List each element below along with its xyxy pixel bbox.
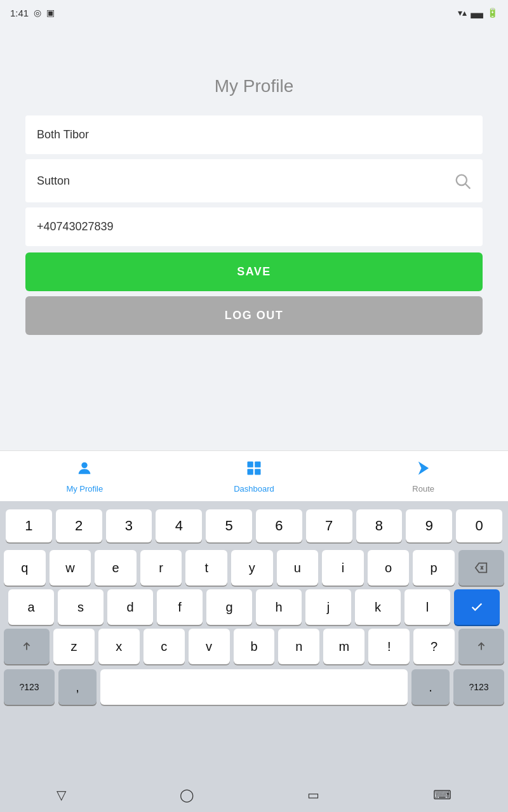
search-icon [453,172,471,190]
android-recents-button[interactable]: ▭ [302,782,324,808]
key-x[interactable]: x [98,629,140,664]
key-y[interactable]: y [231,550,273,586]
android-nav-bar: ▽ ◯ ▭ ⌨ [0,777,508,812]
route-icon [415,459,432,481]
sym-left-key[interactable]: ?123 [4,669,55,705]
svg-rect-3 [247,461,253,467]
key-i[interactable]: i [322,550,364,586]
sym-right-key[interactable]: ?123 [453,669,504,705]
key-exclamation[interactable]: ! [368,629,410,664]
status-bar-right: ▾▴ ▄▄ 🔋 [458,8,498,18]
key-c[interactable]: c [144,629,185,664]
keyboard: 1 2 3 4 5 6 7 8 9 0 q w e r t y u i o p … [0,501,508,812]
signal-icon: ▄▄ [471,8,483,18]
keyboard-number-row: 1 2 3 4 5 6 7 8 9 0 [0,501,508,548]
key-5[interactable]: 5 [206,509,252,542]
svg-marker-7 [418,461,428,475]
key-1[interactable]: 1 [6,509,52,542]
key-7[interactable]: 7 [306,509,352,542]
profile-icon [76,459,93,481]
android-back-button[interactable]: ▽ [51,782,71,808]
period-key[interactable]: . [411,669,450,705]
nav-item-route[interactable]: Route [340,459,507,494]
bottom-nav: My Profile Dashboard Route [0,450,508,501]
location-field-container[interactable] [25,159,483,202]
key-question[interactable]: ? [413,629,455,664]
dashboard-icon [245,459,263,481]
key-q[interactable]: q [4,550,46,586]
space-key[interactable] [100,669,408,705]
status-bar-left: 1:41 ◎ ▣ [10,8,55,18]
enter-key[interactable] [454,589,500,625]
key-z[interactable]: z [53,629,95,664]
key-l[interactable]: l [404,589,450,625]
key-s[interactable]: s [58,589,104,625]
key-v[interactable]: v [189,629,230,664]
name-input[interactable] [37,128,471,141]
nav-item-dashboard[interactable]: Dashboard [170,459,338,494]
nav-item-profile[interactable]: My Profile [1,459,168,494]
key-g[interactable]: g [206,589,252,625]
key-m[interactable]: m [323,629,364,664]
shift-right-key[interactable] [458,629,504,664]
status-icon-location: ◎ [34,8,41,18]
key-4[interactable]: 4 [156,509,202,542]
svg-point-2 [82,462,88,468]
key-8[interactable]: 8 [356,509,403,542]
svg-rect-5 [247,469,253,475]
key-t[interactable]: t [185,550,227,586]
key-n[interactable]: n [278,629,319,664]
key-j[interactable]: j [305,589,351,625]
svg-line-1 [465,184,469,188]
key-p[interactable]: p [413,550,455,586]
key-e[interactable]: e [95,550,137,586]
profile-content: My Profile SAVE LOG OUT [0,25,508,348]
key-b[interactable]: b [234,629,275,664]
android-home-button[interactable]: ◯ [175,782,199,808]
svg-rect-4 [255,461,260,467]
android-keyboard-button[interactable]: ⌨ [428,782,457,808]
nav-label-profile: My Profile [66,484,103,494]
key-r[interactable]: r [140,550,182,586]
key-d[interactable]: d [107,589,153,625]
status-time: 1:41 [10,8,29,18]
status-icon-battery-overlay: ▣ [46,8,55,18]
keyboard-row-2: a s d f g h j k l [0,587,508,627]
phone-field-container [25,207,483,246]
page-title: My Profile [25,76,483,96]
key-a[interactable]: a [8,589,54,625]
keyboard-row-3: z x c v b n m ! ? [0,627,508,666]
key-k[interactable]: k [355,589,401,625]
nav-label-route: Route [412,484,434,494]
key-o[interactable]: o [368,550,410,586]
key-6[interactable]: 6 [256,509,302,542]
svg-rect-6 [255,469,260,475]
nav-label-dashboard: Dashboard [234,484,274,494]
name-field-container [25,115,483,154]
status-bar: 1:41 ◎ ▣ ▾▴ ▄▄ 🔋 [0,0,508,25]
key-0[interactable]: 0 [456,509,502,542]
backspace-key[interactable] [458,550,504,586]
logout-button[interactable]: LOG OUT [25,296,483,335]
search-button[interactable] [453,172,471,190]
keyboard-bottom-row: ?123 , . ?123 [0,666,508,707]
key-3[interactable]: 3 [106,509,152,542]
location-input[interactable] [37,174,453,188]
key-w[interactable]: w [50,550,91,586]
key-h[interactable]: h [256,589,302,625]
comma-key[interactable]: , [58,669,97,705]
shift-left-key[interactable] [4,629,50,664]
wifi-icon: ▾▴ [458,8,467,18]
key-9[interactable]: 9 [406,509,452,542]
keyboard-row-1: q w e r t y u i o p [0,548,508,587]
battery-icon: 🔋 [487,8,498,18]
key-f[interactable]: f [157,589,203,625]
key-u[interactable]: u [277,550,319,586]
key-2[interactable]: 2 [56,509,102,542]
save-button[interactable]: SAVE [25,252,483,291]
phone-input[interactable] [37,220,471,233]
